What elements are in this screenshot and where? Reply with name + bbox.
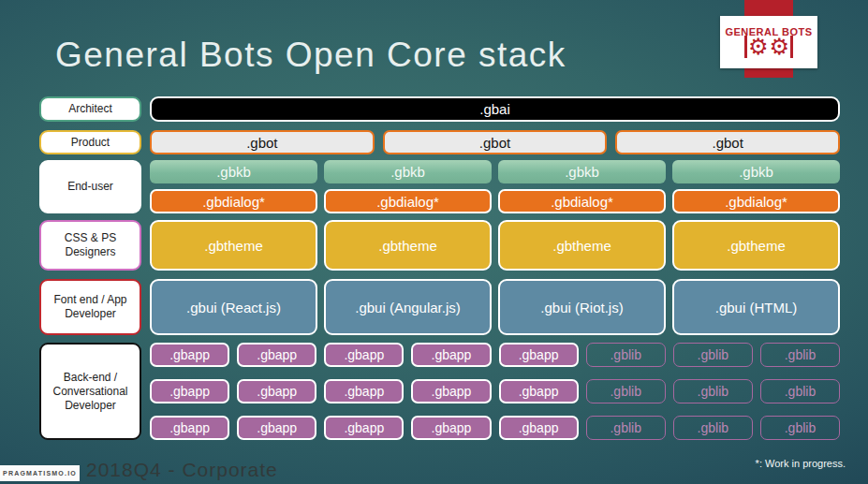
gblib-box: .gblib bbox=[760, 379, 840, 403]
role-label-architect: Architect bbox=[39, 96, 141, 122]
role-label-end-user: End-user bbox=[39, 160, 141, 213]
gbapp-box: .gbapp bbox=[237, 416, 316, 440]
gbtheme-box: .gbtheme bbox=[672, 220, 840, 271]
gbui-react-box: .gbui (React.js) bbox=[150, 279, 317, 335]
gbapp-box: .gbapp bbox=[150, 379, 229, 403]
gbkb-box: .gbkb bbox=[150, 160, 317, 183]
gbkb-box: .gbkb bbox=[672, 160, 840, 183]
gbapp-box: .gbapp bbox=[324, 343, 404, 367]
logo-bar-right bbox=[790, 36, 793, 58]
gblib-box: .gblib bbox=[673, 379, 753, 403]
gbapp-box: .gbapp bbox=[237, 379, 316, 403]
gear-icon: ⚙ bbox=[748, 36, 769, 58]
gear-icon: ⚙ bbox=[770, 36, 790, 58]
logo-bar-left bbox=[744, 36, 747, 58]
gbapp-box: .gbapp bbox=[150, 343, 229, 367]
gbtheme-box: .gbtheme bbox=[498, 220, 666, 271]
gbkb-box: .gbkb bbox=[498, 160, 666, 183]
gbapp-box: .gbapp bbox=[411, 416, 491, 440]
gears-icon: ⚙ ⚙ bbox=[744, 36, 793, 58]
gblib-box: .gblib bbox=[673, 416, 753, 440]
backend-row: .gbapp .gbapp .gbapp .gbapp .gbapp .gbli… bbox=[150, 343, 840, 367]
gbtheme-row: .gbtheme .gbtheme .gbtheme .gbtheme bbox=[150, 220, 840, 271]
gbkb-box: .gbkb bbox=[324, 160, 492, 183]
gbai-box: .gbai bbox=[150, 96, 840, 122]
role-label-designers: CSS & PS Designers bbox=[39, 220, 141, 271]
gblib-box: .gblib bbox=[760, 416, 840, 440]
backend-row: .gbapp .gbapp .gbapp .gbapp .gbapp .gbli… bbox=[150, 379, 840, 403]
role-label-product: Product bbox=[39, 130, 141, 154]
gbapp-box: .gbapp bbox=[237, 343, 316, 367]
gblib-box: .gblib bbox=[673, 343, 753, 367]
pragmatismo-badge: PRAGMATISMO.IO bbox=[0, 465, 80, 481]
gbui-row: .gbui (React.js) .gbui (Angular.js) .gbu… bbox=[150, 279, 840, 335]
page-title: General Bots Open Core stack bbox=[55, 36, 566, 75]
role-label-backend: Back-end / Conversational Developer bbox=[39, 343, 141, 440]
gbapp-box: .gbapp bbox=[499, 416, 579, 440]
gbdialog-box: .gbdialog* bbox=[498, 189, 666, 213]
gblib-box: .gblib bbox=[586, 343, 666, 367]
gbtheme-box: .gbtheme bbox=[324, 220, 492, 271]
gbai-row: .gbai bbox=[150, 96, 840, 122]
gbapp-box: .gbapp bbox=[499, 379, 579, 403]
gbui-html-box: .gbui (HTML) bbox=[672, 279, 840, 335]
gblib-box: .gblib bbox=[586, 379, 666, 403]
gblib-box: .gblib bbox=[586, 416, 666, 440]
work-in-progress-note: *: Work in progress. bbox=[756, 458, 846, 469]
gbui-angular-box: .gbui (Angular.js) bbox=[324, 279, 492, 335]
gbdialog-box: .gbdialog* bbox=[672, 189, 840, 213]
gbapp-box: .gbapp bbox=[150, 416, 229, 440]
slide: General Bots Open Core stack GENERAL BOT… bbox=[0, 0, 868, 484]
gbapp-box: .gbapp bbox=[324, 416, 404, 440]
general-bots-logo: GENERAL BOTS ⚙ ⚙ bbox=[720, 16, 817, 68]
gbapp-box: .gbapp bbox=[411, 379, 491, 403]
gbapp-box: .gbapp bbox=[499, 343, 579, 367]
gblib-box: .gblib bbox=[760, 343, 840, 367]
gbot-box: .gbot bbox=[383, 130, 608, 154]
gbtheme-box: .gbtheme bbox=[150, 220, 317, 271]
gbkb-row: .gbkb .gbkb .gbkb .gbkb bbox=[150, 160, 840, 183]
gbdialog-box: .gbdialog* bbox=[150, 189, 317, 213]
footer-caption: 2018Q4 - Corporate bbox=[86, 459, 278, 481]
gbapp-box: .gbapp bbox=[411, 343, 491, 367]
gbot-box: .gbot bbox=[615, 130, 840, 154]
gbdialog-row: .gbdialog* .gbdialog* .gbdialog* .gbdial… bbox=[150, 189, 840, 213]
backend-row: .gbapp .gbapp .gbapp .gbapp .gbapp .gbli… bbox=[150, 416, 840, 440]
role-label-frontend: Font end / App Developer bbox=[39, 279, 141, 335]
gbdialog-box: .gbdialog* bbox=[324, 189, 492, 213]
gbui-riot-box: .gbui (Riot.js) bbox=[498, 279, 666, 335]
gbot-row: .gbot .gbot .gbot bbox=[150, 130, 840, 154]
gbot-box: .gbot bbox=[150, 130, 375, 154]
gbapp-box: .gbapp bbox=[324, 379, 404, 403]
